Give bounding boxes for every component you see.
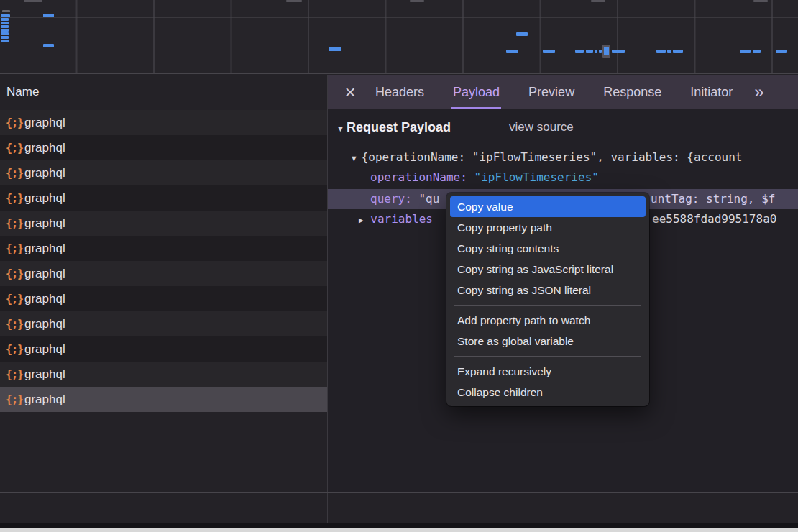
window-bottom-edge (0, 528, 798, 532)
expand-triangle-icon[interactable]: ▶ (359, 216, 364, 225)
json-request-icon: {;} (6, 116, 24, 129)
request-name: graphql (24, 191, 65, 206)
request-bar (586, 50, 593, 53)
menu-item-expand-recursively[interactable]: Expand recursively (450, 361, 646, 382)
menu-item-copy-value[interactable]: Copy value (450, 196, 646, 217)
devtools-network-panel: Name {;}graphql{;}graphql{;}graphql{;}gr… (0, 0, 798, 532)
tab-headers[interactable]: Headers (374, 75, 426, 109)
json-request-icon: {;} (6, 368, 24, 381)
name-column-label: Name (6, 85, 39, 98)
gray-bar (2, 10, 10, 12)
request-row[interactable]: {;}graphql (0, 387, 327, 412)
request-name: graphql (24, 166, 65, 180)
menu-item-copy-string-as-json-literal[interactable]: Copy string as JSON literal (450, 280, 646, 301)
request-bar (1, 25, 9, 28)
request-bar (1, 18, 9, 21)
request-bar (506, 50, 518, 53)
collapse-triangle-icon[interactable]: ▼ (352, 154, 357, 163)
request-row[interactable]: {;}graphql (0, 135, 327, 160)
request-name: graphql (24, 393, 65, 407)
tabs: HeadersPayloadPreviewResponseInitiator (374, 75, 760, 109)
menu-separator (454, 305, 641, 306)
window-bottom-bar (0, 523, 798, 528)
request-bar (43, 14, 54, 17)
json-request-icon: {;} (6, 142, 24, 155)
request-bar (599, 50, 602, 53)
json-row-operationname[interactable]: operationName: "ipFlowTimeseries" (370, 168, 599, 187)
request-bar (1, 29, 9, 32)
menu-item-copy-string-as-javascript-literal[interactable]: Copy string as JavaScript literal (450, 259, 646, 280)
request-bar (329, 47, 341, 51)
request-name: graphql (24, 317, 65, 331)
edge-tick (753, 0, 768, 2)
json-request-icon: {;} (6, 343, 24, 356)
request-name: graphql (24, 267, 65, 281)
more-tabs-icon[interactable]: » (754, 82, 763, 102)
tab-initiator[interactable]: Initiator (689, 75, 734, 109)
tab-response[interactable]: Response (602, 75, 663, 109)
request-bar (516, 32, 528, 36)
request-bar (604, 47, 609, 55)
request-name: graphql (24, 141, 65, 155)
request-row[interactable]: {;}graphql (0, 160, 327, 185)
request-row[interactable]: {;}graphql (0, 185, 327, 211)
json-row-variables-right: ee5588fdad995178a0 (652, 209, 776, 229)
request-bar (1, 32, 9, 35)
request-row[interactable]: {;}graphql (0, 110, 327, 135)
request-row[interactable]: {;}graphql (0, 362, 327, 387)
edge-tick (410, 0, 424, 2)
menu-item-collapse-children[interactable]: Collapse children (450, 382, 646, 403)
overview-gridline (0, 17, 798, 18)
request-bar (1, 36, 9, 39)
edge-tick (591, 0, 605, 2)
request-name: graphql (24, 292, 65, 306)
edge-tick (286, 0, 302, 2)
menu-item-copy-property-path[interactable]: Copy property path (450, 217, 646, 238)
request-row[interactable]: {;}graphql (0, 211, 327, 236)
request-bar (543, 50, 555, 53)
request-bar (753, 50, 761, 53)
request-bar (667, 50, 671, 53)
request-bar (612, 50, 625, 53)
tab-payload[interactable]: Payload (451, 75, 501, 109)
request-bar (575, 50, 584, 53)
json-key: variables (370, 212, 433, 226)
request-bar (776, 50, 787, 53)
request-name: graphql (24, 242, 65, 256)
request-bar (1, 14, 10, 17)
tab-preview[interactable]: Preview (527, 75, 576, 109)
json-request-icon: {;} (6, 192, 24, 205)
request-row[interactable]: {;}graphql (0, 336, 327, 362)
close-icon[interactable]: × (344, 86, 357, 98)
request-payload-section[interactable]: ▼Request Payload (336, 118, 451, 137)
name-column-header[interactable]: Name (0, 75, 327, 109)
section-title: Request Payload (347, 120, 451, 134)
request-bar (740, 50, 751, 53)
json-root-row[interactable]: ▼{operationName: "ipFlowTimeseries", var… (352, 148, 798, 167)
menu-item-store-as-global-variable[interactable]: Store as global variable (450, 331, 646, 352)
json-row-query-right: untTag: string, $f (651, 189, 798, 209)
menu-item-add-property-path-to-watch[interactable]: Add property path to watch (450, 310, 646, 331)
summary-divider (0, 492, 798, 493)
request-row[interactable]: {;}graphql (0, 311, 327, 336)
request-bar (43, 44, 54, 47)
json-key: query: (370, 192, 412, 206)
view-source-link[interactable]: view source (509, 118, 574, 137)
request-row[interactable]: {;}graphql (0, 286, 327, 311)
json-request-icon: {;} (6, 267, 24, 280)
menu-item-copy-string-contents[interactable]: Copy string contents (450, 238, 646, 259)
request-bar (595, 50, 597, 53)
json-row-query-left: query: "qu (370, 189, 439, 209)
request-row[interactable]: {;}graphql (0, 261, 327, 286)
json-request-icon: {;} (6, 293, 24, 306)
request-name: graphql (24, 116, 65, 130)
collapse-triangle-icon[interactable]: ▼ (336, 124, 344, 133)
detail-tabbar: × HeadersPayloadPreviewResponseInitiator… (328, 75, 798, 109)
json-request-icon: {;} (6, 167, 24, 180)
json-key: operationName: (370, 170, 467, 184)
json-request-icon: {;} (6, 217, 24, 230)
network-overview-strip[interactable] (0, 0, 798, 74)
context-menu: Copy valueCopy property pathCopy string … (446, 193, 649, 406)
json-row-variables[interactable]: ▶ variables (359, 209, 433, 229)
request-row[interactable]: {;}graphql (0, 236, 327, 261)
